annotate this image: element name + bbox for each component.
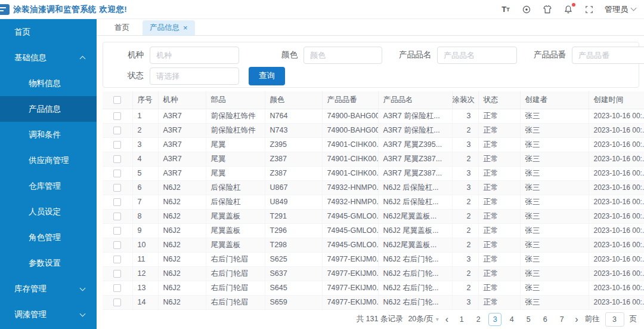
font-size-icon[interactable]: TT xyxy=(500,4,511,15)
sidebar-item[interactable]: 库存管理 xyxy=(0,276,97,302)
header-actions: TT 管理员 xyxy=(500,4,636,15)
cell-status: 正常 xyxy=(478,223,520,238)
row-checkbox[interactable] xyxy=(113,198,121,206)
notification-bell-icon[interactable] xyxy=(563,4,574,15)
sidebar-item[interactable]: 调和条件 xyxy=(0,122,97,147)
cell-checkbox xyxy=(103,123,132,137)
cell-creator: 张三 xyxy=(520,223,589,238)
cell-part-no: 74901-CIHK00... xyxy=(322,137,378,152)
tab-close-icon[interactable]: × xyxy=(183,24,188,32)
table-row: 1 A3R7 前保险杠饰件 N764 74900-BAHG00... A3R7 … xyxy=(103,109,644,123)
sidebar-item[interactable]: 参数设置 xyxy=(0,250,97,276)
row-checkbox[interactable] xyxy=(113,241,121,249)
table-row: 14 N6J2 右后门轮眉 S659 74977-EKIJM0... N6J2 … xyxy=(103,295,644,309)
cell-checkbox xyxy=(103,166,132,180)
goto-page-input[interactable] xyxy=(605,312,624,327)
row-checkbox[interactable] xyxy=(113,141,121,149)
row-checkbox[interactable] xyxy=(113,170,121,177)
page-number-button[interactable]: 7 xyxy=(555,313,568,326)
column-header: 状态 xyxy=(478,91,520,109)
cell-product-name: N6J2 后保险杠... xyxy=(378,195,452,209)
cell-color: S625 xyxy=(265,252,322,266)
page-number-button[interactable]: 5 xyxy=(522,313,535,326)
cell-coats: 2 xyxy=(452,195,478,209)
product-name-label: 产品品名 xyxy=(397,50,431,60)
cell-color: S659 xyxy=(265,295,322,309)
cell-coats: 2 xyxy=(452,238,478,252)
model-input[interactable] xyxy=(150,47,239,64)
row-checkbox[interactable] xyxy=(113,127,121,134)
cell-coats: 2 xyxy=(452,152,478,166)
cell-coats: 3 xyxy=(452,180,478,195)
color-input[interactable] xyxy=(304,47,382,64)
cell-model: N6J2 xyxy=(158,180,206,195)
cell-created: 2023-10-16 00:... xyxy=(589,223,644,238)
sidebar-item[interactable]: 调漆管理 xyxy=(0,302,97,327)
cell-created: 2023-10-16 00:... xyxy=(589,180,644,195)
cell-created: 2023-10-16 00:... xyxy=(589,281,644,295)
page-number-button[interactable]: 3 xyxy=(488,313,501,326)
search-button[interactable]: 查询 xyxy=(249,67,285,85)
fullscreen-icon[interactable] xyxy=(584,4,595,15)
row-checkbox[interactable] xyxy=(113,270,121,278)
user-menu[interactable]: 管理员 xyxy=(605,4,636,15)
prev-page-button[interactable]: ‹ xyxy=(444,315,450,324)
next-page-button[interactable]: › xyxy=(574,315,579,324)
cell-coats: 3 xyxy=(452,137,478,152)
chevron-icon xyxy=(80,285,86,291)
part-no-label: 产品品番 xyxy=(531,50,566,60)
sidebar-item[interactable]: 人员设定 xyxy=(0,199,97,225)
cell-creator: 张三 xyxy=(520,281,589,295)
cell-part: 右后门轮眉 xyxy=(206,252,265,266)
sidebar-item[interactable]: 基础信息 xyxy=(0,45,97,70)
row-checkbox[interactable] xyxy=(113,284,121,292)
cell-coats: 3 xyxy=(452,295,478,309)
tab[interactable]: 首页 × xyxy=(107,20,137,35)
select-all-checkbox[interactable] xyxy=(113,96,121,104)
table-row: 11 N6J2 右后门轮眉 S625 74977-EKIJM0... N6J2 … xyxy=(103,252,644,266)
row-checkbox[interactable] xyxy=(113,184,121,192)
row-checkbox[interactable] xyxy=(113,213,121,220)
cell-seq: 8 xyxy=(132,209,158,223)
sidebar-item[interactable]: 仓库管理 xyxy=(0,173,97,199)
cell-part: 尾翼 xyxy=(206,152,265,166)
status-select[interactable] xyxy=(150,67,239,85)
sidebar-item[interactable]: 供应商管理 xyxy=(0,147,97,173)
cell-coats: 2 xyxy=(452,123,478,137)
sidebar-item[interactable]: 角色管理 xyxy=(0,225,97,250)
cell-created: 2023-10-16 00:... xyxy=(589,195,644,209)
data-table: 序号机种部品颜色产品品番产品品名涂装次状态创建者创建时间 1 A3R xyxy=(103,91,639,310)
page-size-select[interactable]: 20条/页 ▾ xyxy=(408,314,438,324)
row-checkbox[interactable] xyxy=(113,155,121,163)
cell-coats: 2 xyxy=(452,281,478,295)
page-number-button[interactable]: 6 xyxy=(538,313,552,326)
cell-checkbox xyxy=(103,266,132,281)
row-checkbox[interactable] xyxy=(113,299,121,306)
theme-shirt-icon[interactable] xyxy=(542,4,553,15)
row-checkbox[interactable] xyxy=(113,227,121,235)
tab[interactable]: 产品信息 × xyxy=(143,20,195,35)
user-name: 管理员 xyxy=(605,4,628,15)
table-row: 8 N6J2 尾翼盖板 T291 74945-GMLO0... N6J2尾翼盖板… xyxy=(103,209,644,223)
cell-color: S637 xyxy=(265,266,322,281)
cell-part-no: 74900-BAHG00... xyxy=(322,109,378,123)
row-checkbox[interactable] xyxy=(113,256,121,263)
cell-model: N6J2 xyxy=(158,295,206,309)
bullseye-icon[interactable] xyxy=(521,4,532,15)
page-number-button[interactable]: 2 xyxy=(472,313,485,326)
sidebar-item[interactable]: 物料信息 xyxy=(0,70,97,96)
cell-color: Z387 xyxy=(265,166,322,180)
row-checkbox[interactable] xyxy=(113,112,121,120)
sidebar-item[interactable]: 产品信息 xyxy=(0,96,97,122)
sidebar-item[interactable]: 首页 xyxy=(0,19,97,45)
model-label: 机种 xyxy=(117,50,144,60)
cell-part: 尾翼 xyxy=(206,166,265,180)
part-no-input[interactable] xyxy=(572,47,644,64)
cell-checkbox xyxy=(103,252,132,266)
cell-product-name: A3R7 前保险杠... xyxy=(378,109,452,123)
cell-color: T298 xyxy=(265,238,322,252)
table-row: 5 A3R7 尾翼 Z387 74901-CIHK00... A3R7 尾翼Z3… xyxy=(103,166,644,180)
page-number-button[interactable]: 4 xyxy=(505,313,518,326)
product-name-input[interactable] xyxy=(437,47,517,64)
page-number-button[interactable]: 1 xyxy=(455,313,468,326)
